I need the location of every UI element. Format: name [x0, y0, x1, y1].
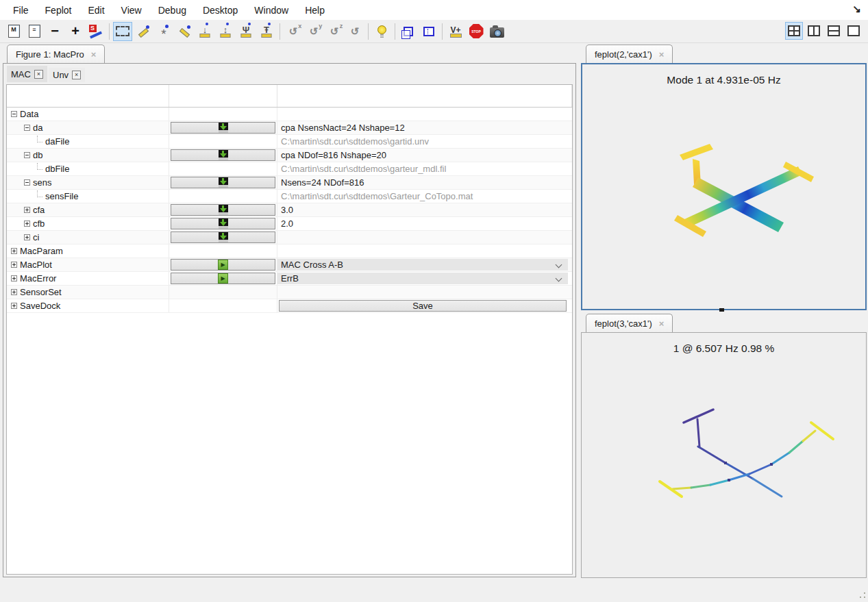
subtab-mac-close-icon[interactable]: × — [34, 70, 43, 79]
panel-splitter-handle[interactable] — [719, 308, 724, 312]
rotate-y-icon[interactable]: ↺y — [304, 22, 323, 41]
rotate-free-icon[interactable]: ↺ — [345, 22, 364, 41]
menu-feplot[interactable]: Feplot — [38, 2, 79, 18]
tree-cell-macerror[interactable]: MacError — [7, 272, 169, 285]
header-action-column[interactable] — [169, 85, 277, 107]
tab-feplot2[interactable]: feplot(2,'cax1') × — [586, 45, 673, 63]
tree-cell-dafile[interactable]: daFile — [7, 135, 169, 148]
undock-arrow-icon[interactable]: ↘ — [852, 3, 861, 15]
subtab-unv[interactable]: Unv × — [49, 68, 85, 82]
tab-feplot2-close-icon[interactable]: × — [659, 49, 665, 60]
collapse-toggle-icon[interactable] — [24, 152, 30, 158]
value-text[interactable]: 2.0 — [281, 218, 293, 229]
import-button-ci[interactable] — [171, 231, 275, 243]
tree-cell-cfa[interactable]: cfa — [7, 203, 169, 216]
tree-cell-db[interactable]: db — [7, 149, 169, 162]
sensor-tip-icon[interactable]: Ŧ — [257, 22, 276, 41]
tab-feplot3-close-icon[interactable]: × — [659, 318, 665, 329]
deformation-decrease-icon[interactable]: − — [45, 22, 64, 41]
rotate-x-icon[interactable]: ↺x — [284, 22, 303, 41]
value-filepath[interactable]: C:\martin\sdt.cur\sdtdemos\garteur_mdl.f… — [281, 164, 446, 174]
subtab-mac[interactable]: MAC × — [7, 66, 47, 82]
resize-grip[interactable] — [860, 597, 862, 599]
tree-cell-cfb[interactable]: cfb — [7, 217, 169, 230]
model-properties-icon[interactable]: M — [4, 22, 23, 41]
light-icon[interactable] — [372, 22, 391, 41]
layout-columns-icon[interactable] — [805, 22, 823, 40]
feplot3-axes[interactable] — [582, 333, 866, 577]
import-button-cfb[interactable] — [171, 218, 275, 229]
collapse-toggle-icon[interactable] — [24, 125, 30, 131]
expand-toggle-icon[interactable] — [24, 234, 30, 240]
edit-element-icon[interactable] — [175, 22, 194, 41]
header-value-column[interactable] — [277, 85, 572, 107]
save-button[interactable]: Save — [279, 300, 567, 312]
run-button-macplot[interactable]: ▶ — [171, 259, 275, 271]
tree-cell-sensorset[interactable]: SensorSet — [7, 286, 169, 299]
menu-view[interactable]: View — [114, 2, 149, 18]
move-node-up-icon[interactable]: ↕ — [216, 22, 235, 41]
expand-toggle-icon[interactable] — [11, 289, 17, 295]
import-button-da[interactable] — [171, 122, 275, 134]
tree-cell-macplot[interactable]: MacPlot — [7, 258, 169, 271]
stack-properties-icon[interactable]: ≡ — [25, 22, 44, 41]
deformation-increase-icon[interactable]: + — [66, 22, 85, 41]
select-region-icon[interactable] — [113, 22, 132, 41]
view-2d-icon[interactable] — [419, 22, 438, 41]
sdt-curve-icon[interactable]: S — [86, 22, 106, 41]
layout-single-icon[interactable] — [845, 22, 863, 40]
stop-icon[interactable]: STOP — [467, 22, 486, 41]
tree-cell-macparam[interactable]: MacParam — [7, 244, 169, 258]
tab-figure1-macpro[interactable]: Figure 1: MacPro × — [7, 45, 105, 63]
expand-toggle-icon[interactable] — [24, 221, 30, 227]
dropdown-macerror[interactable]: ErrB — [277, 273, 568, 284]
value-filepath[interactable]: C:\martin\sdt.cur\sdtdemos\gartid.unv — [281, 136, 429, 147]
add-node-icon[interactable]: * — [154, 22, 173, 41]
layout-grid-icon[interactable] — [785, 22, 803, 40]
move-node-down-icon[interactable]: ↓ — [195, 22, 214, 41]
expand-toggle-icon[interactable] — [11, 248, 17, 254]
header-tree-column[interactable] — [7, 85, 169, 107]
value-text[interactable]: Nsens=24 NDof=816 — [281, 177, 364, 188]
tree-cell-dbfile[interactable]: dbFile — [7, 162, 169, 175]
tree-cell-savedock[interactable]: SaveDock — [7, 299, 169, 312]
feplot2-axes[interactable] — [582, 64, 865, 309]
menu-edit[interactable]: Edit — [80, 2, 112, 18]
view-3d-icon[interactable] — [399, 22, 418, 41]
tree-cell-ci[interactable]: ci — [7, 231, 169, 244]
snapshot-icon[interactable] — [487, 22, 506, 41]
tree-cell-da[interactable]: da — [7, 121, 169, 134]
toolbar-separator — [280, 23, 280, 40]
expand-toggle-icon[interactable] — [24, 207, 30, 213]
menu-file[interactable]: File — [5, 2, 36, 18]
layout-rows-icon[interactable] — [825, 22, 843, 40]
value-text[interactable]: 3.0 — [281, 205, 293, 215]
import-button-cfa[interactable] — [171, 204, 275, 216]
rotate-z-icon[interactable]: ↺z — [325, 22, 344, 41]
menu-debug[interactable]: Debug — [151, 2, 194, 18]
menu-desktop[interactable]: Desktop — [195, 2, 245, 18]
run-button-macerror[interactable]: ▶ — [171, 273, 275, 284]
value-filepath[interactable]: C:\martin\sdt.cur\sdtdemos\Garteur_CoTop… — [281, 191, 473, 201]
expand-toggle-icon[interactable] — [11, 275, 17, 281]
tree-cell-sens[interactable]: sens — [7, 176, 169, 189]
edit-node-icon[interactable] — [134, 22, 153, 41]
dropdown-macplot[interactable]: MAC Cross A-B — [277, 259, 568, 271]
tab-figure1-close-icon[interactable]: × — [91, 49, 97, 60]
expand-toggle-icon[interactable] — [11, 303, 17, 309]
import-button-db[interactable] — [171, 149, 275, 161]
collapse-toggle-icon[interactable] — [11, 111, 17, 117]
menu-window[interactable]: Window — [247, 2, 296, 18]
collapse-toggle-icon[interactable] — [24, 179, 30, 186]
tree-cell-sensfile[interactable]: sensFile — [7, 190, 169, 203]
subtab-unv-close-icon[interactable]: × — [72, 71, 81, 79]
tab-feplot3[interactable]: feplot(3,'cax1') × — [586, 314, 673, 332]
tree-cell-data[interactable]: Data — [7, 108, 169, 121]
menu-help[interactable]: Help — [297, 2, 332, 18]
add-view-icon[interactable]: V+ — [446, 22, 465, 41]
sensor-fork-icon[interactable]: Ψ — [236, 22, 256, 41]
expand-toggle-icon[interactable] — [11, 262, 17, 268]
value-text[interactable]: cpa NDof=816 Nshape=20 — [281, 150, 386, 160]
import-button-sens[interactable] — [171, 177, 275, 188]
value-text[interactable]: cpa NsensNact=24 Nshape=12 — [281, 123, 405, 133]
